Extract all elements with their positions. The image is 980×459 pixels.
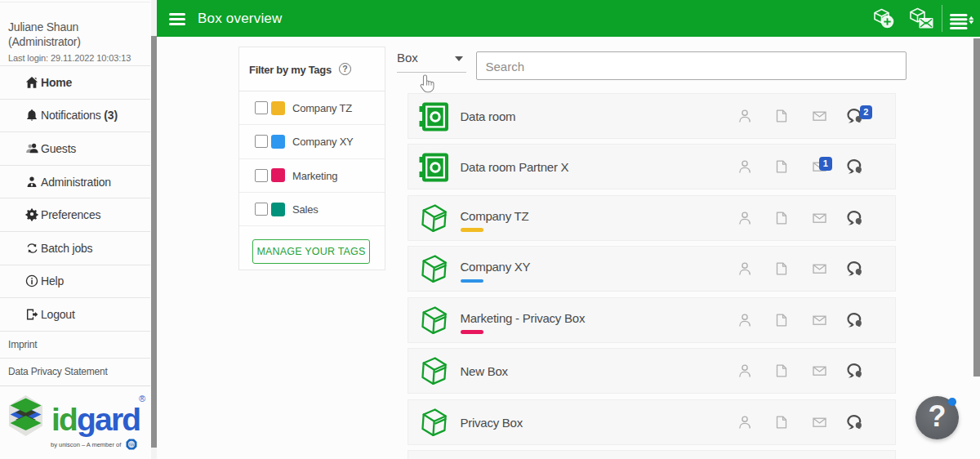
svg-text:by uniscon – A member of: by uniscon – A member of	[51, 440, 122, 448]
svg-text:TÜV: TÜV	[129, 443, 136, 447]
svg-text:idgard: idgard	[51, 402, 140, 437]
svg-text:®: ®	[139, 394, 145, 403]
